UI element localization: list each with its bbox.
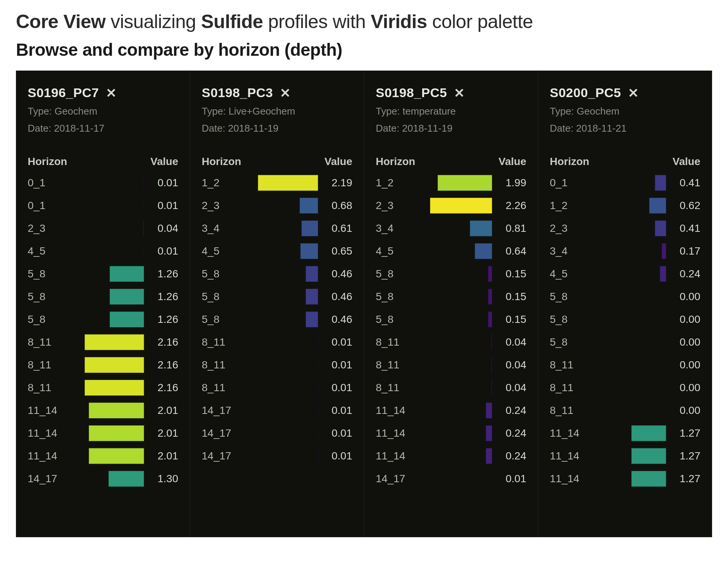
data-row: 8_110.04 <box>376 354 526 376</box>
title-palette: Viridis <box>371 11 427 32</box>
data-row: 5_80.46 <box>202 263 352 285</box>
horizon-label: 11_14 <box>376 427 429 439</box>
value-label: 0.01 <box>318 427 352 439</box>
value-label: 1.99 <box>492 177 526 189</box>
bar-cell <box>429 403 492 418</box>
value-bar <box>655 175 666 191</box>
value-label: 0.24 <box>492 450 526 462</box>
value-label: 1.27 <box>666 427 700 439</box>
core-id: S0198_PC5 <box>376 85 447 100</box>
core-id: S0196_PC7 <box>28 85 99 100</box>
bar-cell <box>255 311 318 327</box>
data-row: 3_40.61 <box>202 217 352 240</box>
data-row: 8_112.16 <box>28 376 178 399</box>
horizon-label: 5_8 <box>376 291 429 303</box>
data-row: 11_142.01 <box>28 445 178 467</box>
value-bar <box>258 175 318 191</box>
data-row: 14_171.30 <box>28 467 178 490</box>
data-row: 5_80.00 <box>550 285 700 308</box>
bar-cell <box>429 266 492 282</box>
col-header-value: Value <box>492 156 526 168</box>
col-header-spacer <box>603 156 666 168</box>
horizon-label: 8_11 <box>28 382 81 394</box>
data-row: 11_140.24 <box>376 445 526 467</box>
bar-cell <box>429 289 492 305</box>
core-type: Type: Live+Geochem <box>202 105 352 117</box>
value-label: 0.00 <box>666 359 700 371</box>
value-label: 0.41 <box>666 222 700 234</box>
title-main: Core View <box>16 11 105 32</box>
core-header: S0198_PC3✕ <box>202 85 352 100</box>
value-bar <box>85 334 144 350</box>
horizon-label: 5_8 <box>550 291 603 303</box>
close-icon[interactable]: ✕ <box>106 86 116 99</box>
close-icon[interactable]: ✕ <box>280 86 290 99</box>
value-label: 0.04 <box>492 359 526 371</box>
bar-cell <box>255 448 318 464</box>
value-label: 0.62 <box>666 200 700 212</box>
data-row: 8_110.00 <box>550 376 700 399</box>
value-bar <box>306 289 318 305</box>
horizon-label: 2_3 <box>550 222 603 234</box>
data-row: 8_110.00 <box>550 399 700 422</box>
bar-cell <box>429 425 492 441</box>
bar-cell <box>603 266 666 282</box>
col-header-horizon: Horizon <box>376 156 429 168</box>
core-column: S0200_PC5✕Type: GeochemDate: 2018-11-21H… <box>538 71 712 537</box>
value-bar <box>488 266 492 282</box>
horizon-label: 0_1 <box>28 200 81 212</box>
close-icon[interactable]: ✕ <box>628 86 639 99</box>
horizon-label: 11_14 <box>376 450 429 462</box>
horizon-label: 8_11 <box>28 336 81 348</box>
data-row: 8_112.16 <box>28 354 178 376</box>
data-row: 14_170.01 <box>202 399 352 422</box>
horizon-label: 0_1 <box>550 177 603 189</box>
value-bar <box>317 357 318 373</box>
value-bar <box>85 380 144 396</box>
data-row: 11_142.01 <box>28 422 178 445</box>
bar-cell <box>603 380 666 396</box>
value-label: 0.15 <box>492 268 526 280</box>
value-bar <box>488 311 492 327</box>
bar-cell <box>429 220 492 236</box>
value-bar <box>491 357 492 373</box>
value-label: 1.26 <box>144 268 178 280</box>
bar-cell <box>429 311 492 327</box>
bar-cell <box>81 198 144 214</box>
data-row: 14_170.01 <box>376 467 526 490</box>
bar-cell <box>603 198 666 214</box>
core-date: Date: 2018-11-19 <box>376 123 526 134</box>
value-label: 0.04 <box>144 222 178 234</box>
data-rows: 1_22.192_30.683_40.614_50.655_80.465_80.… <box>202 171 352 467</box>
value-label: 0.01 <box>318 336 352 348</box>
close-icon[interactable]: ✕ <box>454 86 464 99</box>
bar-cell <box>81 220 144 236</box>
horizon-label: 5_8 <box>28 268 81 280</box>
horizon-label: 11_14 <box>550 427 603 439</box>
horizon-label: 14_17 <box>376 473 429 485</box>
data-row: 4_50.01 <box>28 240 178 263</box>
value-bar <box>491 471 492 487</box>
title-text-3: color palette <box>432 11 533 32</box>
data-row: 8_112.16 <box>28 331 178 354</box>
value-bar <box>89 448 144 464</box>
col-header-value: Value <box>144 156 178 168</box>
value-label: 0.01 <box>144 177 178 189</box>
value-bar <box>631 448 666 464</box>
value-bar <box>475 243 492 259</box>
bar-cell <box>603 425 666 441</box>
bar-cell <box>81 403 144 418</box>
value-label: 0.01 <box>318 359 352 371</box>
value-label: 0.00 <box>666 382 700 394</box>
column-header: HorizonValue <box>376 156 526 168</box>
data-row: 11_141.27 <box>550 445 700 467</box>
value-bar <box>470 220 492 236</box>
value-label: 0.04 <box>492 336 526 348</box>
bar-cell <box>429 471 492 487</box>
horizon-label: 0_1 <box>28 177 81 189</box>
bar-cell <box>429 198 492 214</box>
value-bar <box>85 357 144 373</box>
value-bar <box>143 243 144 259</box>
value-bar <box>486 425 492 441</box>
value-label: 0.01 <box>144 200 178 212</box>
